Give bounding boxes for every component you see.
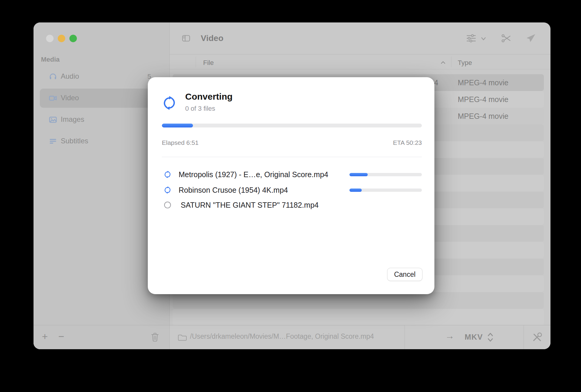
dialog-divider: [162, 157, 422, 157]
eta-label: ETA 50:23: [393, 139, 422, 146]
file-progress-bar: [349, 173, 422, 176]
type-cell: MPEG-4 movie: [458, 78, 508, 87]
cancel-button[interactable]: Cancel: [387, 268, 422, 281]
image-icon: [48, 115, 57, 124]
stepper-icon[interactable]: [487, 332, 494, 342]
header-bottom-divider: [170, 69, 550, 69]
dialog-subtitle: 0 of 3 files: [185, 105, 215, 113]
sidebar-toggle-icon[interactable]: [181, 34, 191, 43]
overall-progress-bar: [162, 124, 422, 127]
sidebar-item-label: Video: [61, 94, 79, 102]
sidebar-item-subtitles[interactable]: Subtitles: [40, 132, 163, 151]
bottom-bar-divider: [404, 325, 405, 349]
trash-icon[interactable]: [150, 332, 159, 342]
bottom-bar-sidebar-section: + −: [34, 325, 170, 349]
subtitles-icon: [48, 137, 57, 146]
chevron-down-icon[interactable]: [480, 36, 486, 42]
source-path[interactable]: /Users/drkameleon/Movies/M…Footage, Orig…: [190, 332, 374, 341]
file-name: Metropolis (1927) - E…e, Original Score.…: [179, 170, 328, 179]
screen: { "window": { "sidebar": { "section_labe…: [0, 0, 581, 392]
add-file-button[interactable]: +: [42, 331, 48, 342]
filter-sliders-icon[interactable]: [466, 33, 477, 44]
overall-progress-fill: [162, 124, 193, 127]
header-divider: [196, 57, 196, 67]
pending-file-row: SATURN "THE GIANT STEP" 71182.mp4: [148, 197, 434, 213]
sidebar-item-video[interactable]: Video: [40, 89, 163, 108]
window-zoom-button[interactable]: [69, 35, 77, 42]
sidebar-item-images[interactable]: Images: [40, 110, 163, 129]
file-progress-fill: [349, 189, 362, 192]
sidebar-item-label: Audio: [61, 72, 79, 80]
table-row-empty: [173, 292, 544, 309]
output-format-value[interactable]: MKV: [465, 332, 483, 342]
sidebar-item-audio[interactable]: Audio 5: [40, 67, 163, 86]
video-camera-icon: [48, 94, 57, 103]
sidebar-item-label: Images: [61, 115, 84, 124]
file-progress-fill: [349, 173, 368, 176]
window-minimize-button[interactable]: [58, 35, 65, 42]
file-name: Robinson Crusoe (1954) 4K.mp4: [179, 186, 288, 195]
dialog-title: Converting: [185, 92, 232, 102]
sync-icon: [162, 95, 177, 110]
type-cell: MPEG-4 movie: [458, 95, 508, 104]
file-name: SATURN "THE GIANT STEP" 71182.mp4: [181, 201, 319, 209]
scissors-icon[interactable]: [501, 33, 512, 44]
bottom-bar-divider: [524, 325, 524, 349]
sync-icon: [164, 186, 171, 194]
send-icon[interactable]: [525, 33, 536, 44]
table-row-empty: [173, 309, 544, 325]
page-title: Video: [201, 34, 223, 43]
headphones-icon: [48, 72, 57, 81]
file-progress-bar: [349, 189, 422, 192]
pending-circle-icon: [164, 201, 171, 209]
type-cell: MPEG-4 movie: [458, 112, 508, 121]
sidebar-item-label: Subtitles: [61, 137, 88, 145]
sidebar-section-label: Media: [41, 56, 60, 63]
header-divider: [451, 57, 451, 67]
tools-icon[interactable]: [531, 332, 543, 343]
column-header-file[interactable]: File: [203, 59, 214, 67]
window-close-button[interactable]: [46, 35, 54, 42]
sort-ascending-icon[interactable]: [440, 61, 446, 64]
remove-file-button[interactable]: −: [58, 331, 64, 342]
file-cell-fragment: 4: [434, 78, 438, 87]
toolbar-divider: [170, 54, 550, 54]
arrow-right-icon: →: [445, 331, 454, 341]
elapsed-label: Elapsed 6:51: [162, 139, 199, 146]
converting-file-row: Robinson Crusoe (1954) 4K.mp4: [148, 182, 434, 198]
folder-icon: [177, 333, 187, 342]
sync-icon: [164, 171, 171, 178]
converting-dialog: Converting 0 of 3 files Elapsed 6:51 ETA…: [148, 77, 434, 294]
converting-file-row: Metropolis (1927) - E…e, Original Score.…: [148, 167, 434, 182]
column-header-type[interactable]: Type: [458, 59, 472, 67]
